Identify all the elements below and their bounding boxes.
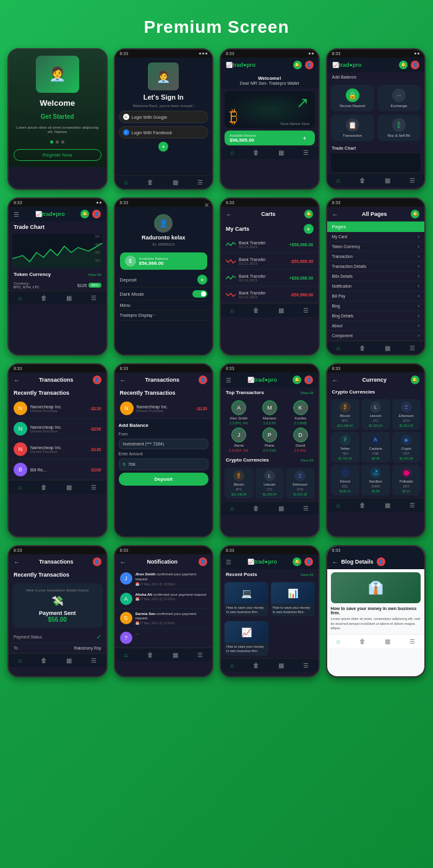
register-button[interactable]: Register Now <box>14 149 101 161</box>
profile-txl[interactable]: 👤 <box>93 376 101 384</box>
nav-home-icon[interactable]: ⌂ <box>124 179 128 186</box>
facebook-login-button[interactable]: f Login With Facebook <box>119 126 209 139</box>
nav-trash-crypto[interactable]: 🗑 <box>359 502 366 509</box>
cardano-item[interactable]: ₳ Cardano CND $0.39 <box>361 432 390 463</box>
nav-grid-txl[interactable]: ▦ <box>66 484 72 491</box>
profile-ab[interactable]: 👤 <box>199 376 207 384</box>
add-button-signin[interactable]: + <box>158 142 168 152</box>
view-all-crypto[interactable]: View All <box>301 458 314 462</box>
add-balance-button[interactable]: + <box>300 133 310 143</box>
nav-menu-notif[interactable]: ☰ <box>197 651 203 658</box>
nav-menu-txl[interactable]: ☰ <box>91 484 96 491</box>
nav-trash-dash[interactable]: 🗑 <box>253 149 259 156</box>
page-item-tx[interactable]: Transaction› <box>327 252 425 262</box>
deposit-add-button[interactable]: + <box>197 275 207 285</box>
page-item-bill-pay[interactable]: Bill Pay› <box>327 291 425 301</box>
nav-grid-dash[interactable]: ▦ <box>278 149 284 156</box>
profile-icon[interactable]: 👤 <box>305 61 314 69</box>
nav-home-blog[interactable]: ⌂ <box>230 662 234 669</box>
nav-menu-qa[interactable]: ☰ <box>409 177 415 184</box>
profile-qa[interactable]: 👤 <box>411 61 419 69</box>
bell-crypto[interactable]: 🔔 <box>411 376 419 384</box>
profile-tc[interactable]: 👤 <box>92 210 101 218</box>
bell-blog[interactable]: 🔔 <box>293 557 301 566</box>
nav-trash-bd[interactable]: 🗑 <box>359 638 366 645</box>
nav-menu-crypto[interactable]: ☰ <box>409 502 415 509</box>
bell-tc[interactable]: 🔔 <box>80 210 89 218</box>
page-item-about[interactable]: About› <box>327 321 425 331</box>
transaction-card[interactable]: 📋 Transaction <box>331 114 374 141</box>
nav-grid-crypto[interactable]: ▦ <box>385 502 390 509</box>
nav-menu-dash[interactable]: ☰ <box>303 149 309 156</box>
btc-item-tt[interactable]: ₿ Bitcoin BTC $21,348.64 <box>225 468 254 499</box>
nav-grid-notif[interactable]: ▦ <box>173 651 178 658</box>
nav-menu-tc[interactable]: ☰ <box>91 294 96 301</box>
nav-trash-qa[interactable]: 🗑 <box>359 177 366 184</box>
amount-input[interactable] <box>128 462 204 466</box>
page-item-bills[interactable]: Bills Details› <box>327 272 425 281</box>
google-login-button[interactable]: G Login With Google <box>119 111 209 123</box>
ethereum-item[interactable]: Ξ Ethereum ETH $1,502.18 <box>392 399 421 430</box>
back-arrow-txl[interactable]: ← <box>14 377 20 384</box>
page-item-token[interactable]: Token Currency› <box>327 242 425 252</box>
blog-post-2[interactable]: 📊 How to save your money in own business… <box>271 582 315 616</box>
bell-pages[interactable]: 🔔 <box>411 210 419 218</box>
profile-notif[interactable]: 👤 <box>199 557 207 566</box>
page-item-component[interactable]: Component› <box>327 331 425 341</box>
blog-post-1[interactable]: 💻 How to save your money in own business… <box>225 582 268 616</box>
nav-home-qa[interactable]: ⌂ <box>337 177 340 184</box>
ltc-item-tt[interactable]: Ł Litecoin LTC $2,169.34 <box>255 468 285 499</box>
nav-home-bd[interactable]: ⌂ <box>337 638 340 645</box>
page-item-blog-detail[interactable]: Blog Details› <box>327 311 425 321</box>
tether-item[interactable]: ₮ Tether TEH $1,762.34 <box>331 432 360 463</box>
profile-tt[interactable]: 👤 <box>304 376 313 384</box>
nav-trash-tc[interactable]: 🗑 <box>41 294 47 301</box>
nav-menu-pages[interactable]: ☰ <box>409 345 415 351</box>
nav-trash-icon[interactable]: 🗑 <box>147 179 153 186</box>
crypto-coin-item[interactable]: ◆ Crypto CRT $1,421.69 <box>392 432 421 463</box>
elrond-item[interactable]: ⬡ Elrond EGL $140.14 <box>331 465 360 496</box>
nav-home-tc[interactable]: ⌂ <box>18 294 22 301</box>
exchange-card[interactable]: ↔ Exchange <box>377 85 421 111</box>
nav-menu-icon[interactable]: ☰ <box>197 179 203 186</box>
nav-trash-tt[interactable]: 🗑 <box>253 505 259 512</box>
menu-icon-tc[interactable]: ☰ <box>14 211 19 218</box>
back-arrow-notif[interactable]: ← <box>120 559 126 565</box>
page-item-tx-detail[interactable]: Transaction Details› <box>327 262 425 272</box>
nav-trash-txd[interactable]: 🗑 <box>41 657 47 664</box>
page-item-notif[interactable]: Notification› <box>327 281 425 291</box>
nav-home-tt[interactable]: ⌂ <box>230 505 234 512</box>
bell-carts[interactable]: 🔔 <box>304 210 313 218</box>
nav-menu-txd[interactable]: ☰ <box>91 657 96 664</box>
nav-home-carts[interactable]: ⌂ <box>230 307 234 314</box>
nav-grid-txd[interactable]: ▦ <box>66 657 72 664</box>
nav-grid-carts[interactable]: ▦ <box>278 307 284 314</box>
blog-post-3[interactable]: 📈 How to save your money in own business… <box>225 621 268 655</box>
nav-menu-carts[interactable]: ☰ <box>303 307 309 314</box>
nav-menu-tt[interactable]: ☰ <box>303 505 309 512</box>
nav-trash-pages[interactable]: 🗑 <box>359 345 366 351</box>
nav-home-crypto[interactable]: ⌂ <box>337 502 340 509</box>
profile-txd[interactable]: 👤 <box>93 557 101 566</box>
nav-trash-txl[interactable]: 🗑 <box>41 484 47 491</box>
nav-menu-bd[interactable]: ☰ <box>409 638 415 645</box>
nav-menu-blog[interactable]: ☰ <box>303 662 309 669</box>
sandbox-item[interactable]: 🏖 Sandbox SAND $0.89 <box>361 465 390 496</box>
nav-grid-tc[interactable]: ▦ <box>66 294 72 301</box>
from-input[interactable] <box>119 439 209 449</box>
litecoin-item[interactable]: Ł Litecoin LTC $2,169.34 <box>361 399 390 430</box>
nav-grid-bd[interactable]: ▦ <box>385 638 390 645</box>
polkadot-item[interactable]: ⬤ Polkadot DOT $5.14 <box>392 465 421 496</box>
nav-grid-pages[interactable]: ▦ <box>385 345 390 351</box>
view-all-tc[interactable]: View All <box>88 273 101 277</box>
nav-grid-blog[interactable]: ▦ <box>278 662 284 669</box>
deposit-button[interactable]: Deposit <box>119 473 209 486</box>
menu-icon-blog[interactable]: ☰ <box>226 559 231 565</box>
nav-trash-blog[interactable]: 🗑 <box>253 662 259 669</box>
profile-blog[interactable]: 👤 <box>304 557 313 566</box>
view-all-blog[interactable]: View All <box>301 573 314 577</box>
menu-icon-tt[interactable]: ☰ <box>226 377 231 384</box>
nav-trash-carts[interactable]: 🗑 <box>253 307 259 314</box>
nav-home-txl[interactable]: ⌂ <box>18 484 22 491</box>
secure-deposit-card[interactable]: 🔒 Secure Deposit <box>331 85 374 111</box>
